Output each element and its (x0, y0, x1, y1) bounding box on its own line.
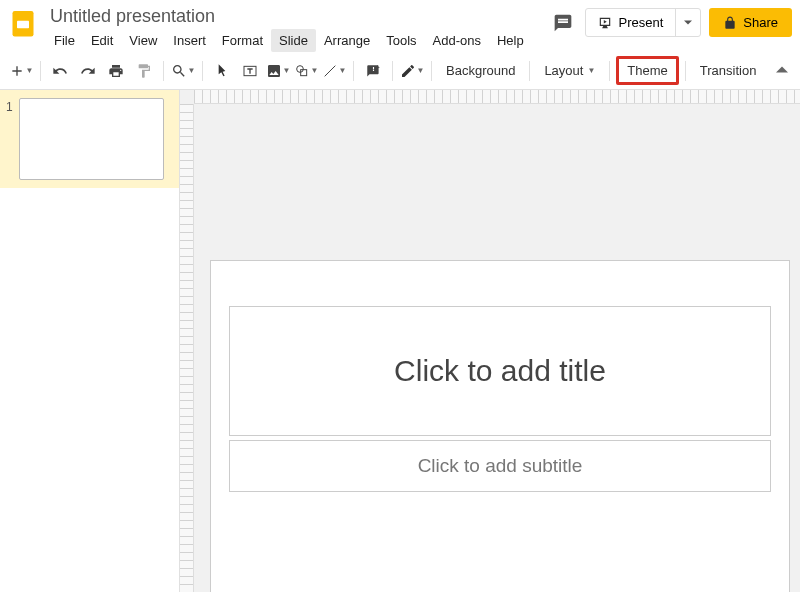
collapse-toolbar-button[interactable] (772, 58, 792, 84)
menu-help[interactable]: Help (489, 29, 532, 52)
menu-edit[interactable]: Edit (83, 29, 121, 52)
menu-addons[interactable]: Add-ons (425, 29, 489, 52)
redo-button[interactable] (75, 58, 101, 84)
title-text: Click to add title (394, 354, 606, 388)
layout-label: Layout (544, 63, 583, 78)
print-button[interactable] (103, 58, 129, 84)
svg-rect-4 (300, 69, 306, 75)
share-button[interactable]: Share (709, 8, 792, 37)
line-tool[interactable]: ▼ (321, 58, 347, 84)
svg-rect-1 (17, 21, 29, 29)
theme-button[interactable]: Theme (616, 56, 678, 85)
menu-format[interactable]: Format (214, 29, 271, 52)
vertical-ruler (180, 104, 194, 592)
toolbar: ▼ ▼ ▼ ▼ ▼ ▼ Background Layout▼ Theme Tra… (0, 52, 800, 90)
present-label: Present (618, 15, 663, 30)
slide-canvas[interactable]: Click to add title Click to add subtitle (210, 260, 790, 592)
lock-icon (723, 16, 737, 30)
menubar: File Edit View Insert Format Slide Arran… (46, 29, 549, 52)
caret-down-icon (684, 19, 692, 27)
slide-thumbnail[interactable]: 1 (0, 90, 179, 188)
canvas: Click to add title Click to add subtitle (180, 90, 800, 592)
layout-button[interactable]: Layout▼ (536, 59, 603, 82)
svg-point-3 (296, 65, 303, 72)
shape-tool[interactable]: ▼ (293, 58, 319, 84)
textbox-tool[interactable] (237, 58, 263, 84)
subtitle-text: Click to add subtitle (418, 455, 583, 477)
svg-line-5 (324, 65, 335, 76)
present-icon (598, 16, 612, 30)
new-slide-button[interactable]: ▼ (8, 58, 34, 84)
document-title[interactable]: Untitled presentation (46, 6, 549, 27)
transition-button[interactable]: Transition (692, 59, 765, 82)
menu-arrange[interactable]: Arrange (316, 29, 378, 52)
menu-insert[interactable]: Insert (165, 29, 214, 52)
image-tool[interactable]: ▼ (265, 58, 291, 84)
slide-preview[interactable] (19, 98, 164, 180)
slide-number: 1 (6, 100, 13, 180)
horizontal-ruler (194, 90, 800, 104)
background-button[interactable]: Background (438, 59, 523, 82)
slide-panel: 1 (0, 90, 180, 592)
paint-format-button[interactable] (131, 58, 157, 84)
title-placeholder[interactable]: Click to add title (229, 306, 771, 436)
select-tool[interactable] (209, 58, 235, 84)
present-dropdown[interactable] (675, 9, 700, 36)
menu-slide[interactable]: Slide (271, 29, 316, 52)
share-label: Share (743, 15, 778, 30)
undo-button[interactable] (47, 58, 73, 84)
menu-view[interactable]: View (121, 29, 165, 52)
menu-file[interactable]: File (46, 29, 83, 52)
zoom-button[interactable]: ▼ (170, 58, 196, 84)
comments-button[interactable] (549, 9, 577, 37)
menu-tools[interactable]: Tools (378, 29, 424, 52)
chevron-up-icon (776, 64, 788, 76)
slides-logo[interactable] (8, 8, 38, 38)
present-button[interactable]: Present (586, 9, 675, 36)
pen-tool[interactable]: ▼ (399, 58, 425, 84)
comment-tool[interactable] (360, 58, 386, 84)
subtitle-placeholder[interactable]: Click to add subtitle (229, 440, 771, 492)
